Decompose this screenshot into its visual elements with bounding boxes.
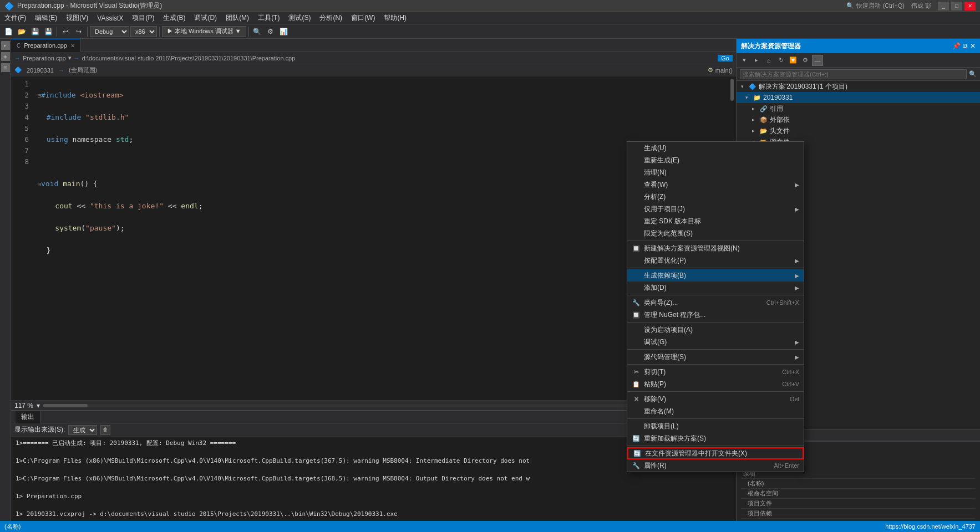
open-btn[interactable]: 📂 <box>16 25 28 38</box>
ctx-class-wizard[interactable]: 🔧类向导(Z)... Ctrl+Shift+X <box>627 296 804 309</box>
platform-dropdown[interactable]: x86 x64 <box>130 26 157 37</box>
menu-test[interactable]: 测试(S) <box>284 12 315 24</box>
ctx-scope[interactable]: 限定为此范围(S) <box>627 227 804 239</box>
se-float-btn[interactable]: ⧉ <box>963 42 968 50</box>
se-filter-btn[interactable]: 🔽 <box>788 55 799 66</box>
ctx-cut[interactable]: ✂剪切(T) Ctrl+X <box>627 366 804 378</box>
ctx-view-label: 查看(W) <box>644 180 668 190</box>
ctx-clean[interactable]: 清理(N) <box>627 166 804 178</box>
menu-analyze[interactable]: 分析(N) <box>315 12 347 24</box>
activity-icon-1[interactable]: ▸ <box>1 41 10 50</box>
ctx-build-deps[interactable]: 生成依赖项(B) ▶ <box>627 269 804 282</box>
se-special-btn[interactable]: — <box>812 55 823 66</box>
ctx-source-ctrl[interactable]: 源代码管理(S) ▶ <box>627 351 804 363</box>
scroll-thumb[interactable] <box>730 79 734 101</box>
activity-icon-2[interactable]: ◈ <box>1 52 10 61</box>
menu-tools[interactable]: 工具(T) <box>253 12 284 24</box>
se-collapse-btn[interactable]: ▾ <box>739 55 750 66</box>
props-row-2: (名称) <box>741 479 976 489</box>
menu-build[interactable]: 生成(B) <box>159 12 190 24</box>
tree-header-files[interactable]: ▸ 📂 头文件 <box>737 125 980 136</box>
menu-project[interactable]: 项目(P) <box>128 12 159 24</box>
ctx-sep2 <box>627 268 804 268</box>
ctx-optimize[interactable]: 按配置优化(P) ▶ <box>627 254 804 267</box>
filepath-dropdown-btn[interactable]: ▾ <box>68 54 72 62</box>
code-content[interactable]: ⊟#include <iostream> #include "stdlib.h"… <box>33 76 728 400</box>
ctx-open-folder[interactable]: 🔄在文件资源管理器中打开文件夹(X) <box>627 447 804 459</box>
tool2[interactable]: ⚙ <box>265 25 277 38</box>
add-arrow: ▶ <box>795 285 799 291</box>
editor-tab-preparation[interactable]: C Preparation.cpp ✕ <box>11 39 81 52</box>
menu-file[interactable]: 文件(F) <box>0 12 31 24</box>
ctx-build[interactable]: 生成(U) <box>627 142 804 154</box>
menu-view[interactable]: 视图(V) <box>62 12 93 24</box>
view-arrow: ▶ <box>795 182 799 188</box>
menu-help[interactable]: 帮助(H) <box>379 12 411 24</box>
se-home-btn[interactable]: ⌂ <box>763 55 774 66</box>
ctx-rebuild[interactable]: 重新生成(E) <box>627 154 804 166</box>
maximize-button[interactable]: □ <box>951 2 962 11</box>
menu-edit[interactable]: 编辑(E) <box>31 12 62 24</box>
ext-arrow: ▸ <box>752 117 758 122</box>
se-pin-btn[interactable]: 📌 <box>952 42 961 50</box>
ctx-nuget[interactable]: 🔲管理 NuGet 程序包... <box>627 309 804 321</box>
output-tab[interactable]: 输出 <box>16 411 40 423</box>
zoom-dropdown[interactable]: ▾ <box>37 402 40 410</box>
ctx-set-startup[interactable]: 设为启动项目(A) <box>627 324 804 336</box>
clear-output-btn[interactable]: 🗑 <box>100 425 110 435</box>
save-all-btn[interactable]: 💾 <box>42 25 54 38</box>
ctx-nuget-label: 管理 NuGet 程序包... <box>644 310 705 320</box>
filepath-bar: → Preparation.cpp ▾ → d:\documents\visua… <box>11 52 736 64</box>
menu-window[interactable]: 窗口(W) <box>347 12 379 24</box>
ctx-analyze-label: 分析(Z) <box>644 192 666 202</box>
new-file-btn[interactable]: 📄 <box>2 25 14 38</box>
ctx-properties[interactable]: 🔧属性(R) Alt+Enter <box>627 459 804 472</box>
ctx-debug[interactable]: 调试(G) ▶ <box>627 336 804 348</box>
tree-project[interactable]: ▾ 📁 20190331 <box>737 92 980 103</box>
tree-solution[interactable]: ▾ 🔷 解决方案'20190331'(1 个项目) <box>737 81 980 92</box>
ctx-add[interactable]: 添加(D) ▶ <box>627 282 804 294</box>
filter-dropdown[interactable]: 生成 <box>68 425 97 435</box>
tab-close-btn[interactable]: ✕ <box>70 43 75 49</box>
menu-debug[interactable]: 调试(D) <box>190 12 221 24</box>
ctx-unload[interactable]: 卸载项目(L) <box>627 420 804 432</box>
h-scroll-thumb[interactable] <box>43 404 88 407</box>
tool1[interactable]: 🔍 <box>251 25 263 38</box>
ctx-new-view[interactable]: 🔲新建解决方案资源管理器视图(N) <box>627 242 804 254</box>
ref-label: 引用 <box>770 104 783 114</box>
filepath-filename: Preparation.cpp <box>23 55 66 62</box>
close-button[interactable]: ✕ <box>964 2 976 11</box>
tool3[interactable]: 📊 <box>278 25 290 38</box>
start-debug-btn[interactable]: ▶ 本地 Windows 调试器 ▼ <box>162 26 246 37</box>
se-search-input[interactable] <box>740 69 967 79</box>
output-line-2: 1>C:\Program Files (x86)\MSBuild\Microso… <box>16 457 732 466</box>
ctx-retarget[interactable]: 重定 SDK 版本目标 <box>627 215 804 227</box>
ctx-remove[interactable]: ✕移除(V) Del <box>627 393 804 405</box>
ctx-view[interactable]: 查看(W) ▶ <box>627 178 804 191</box>
filepath-arrow: → <box>14 55 21 62</box>
menu-vassistx[interactable]: VAssistX <box>93 12 128 24</box>
function-icon: ⚙ <box>708 66 713 74</box>
redo-btn[interactable]: ↪ <box>73 25 85 38</box>
ctx-reload-solution[interactable]: 🔄重新加载解决方案(S) <box>627 432 804 444</box>
ctx-analyze[interactable]: 分析(Z) <box>627 191 804 203</box>
undo-btn[interactable]: ↩ <box>59 25 72 38</box>
se-close-btn[interactable]: ✕ <box>970 42 976 50</box>
se-search-icon[interactable]: 🔍 <box>969 70 977 78</box>
menu-team[interactable]: 团队(M) <box>221 12 253 24</box>
user-name: 伟成 彭 <box>911 2 931 10</box>
go-btn[interactable]: Go <box>718 55 733 62</box>
se-settings-btn[interactable]: ⚙ <box>800 55 811 66</box>
se-expand-btn[interactable]: ▸ <box>751 55 762 66</box>
tree-external-deps[interactable]: ▸ 📦 外部依 <box>737 114 980 125</box>
config-dropdown[interactable]: Debug Release <box>90 26 129 37</box>
ctx-open-folder-container: 🔄在文件资源管理器中打开文件夹(X) <box>627 447 804 459</box>
minimize-button[interactable]: _ <box>938 2 949 11</box>
se-refresh-btn[interactable]: ↻ <box>775 55 786 66</box>
tree-references[interactable]: ▸ 🔗 引用 <box>737 103 980 114</box>
save-btn[interactable]: 💾 <box>29 25 41 38</box>
ctx-paste[interactable]: 📋粘贴(P) Ctrl+V <box>627 378 804 390</box>
ctx-rename[interactable]: 重命名(M) <box>627 405 804 417</box>
activity-icon-3[interactable]: ⊞ <box>1 63 10 72</box>
ctx-only-project[interactable]: 仅用于项目(J) ▶ <box>627 203 804 215</box>
